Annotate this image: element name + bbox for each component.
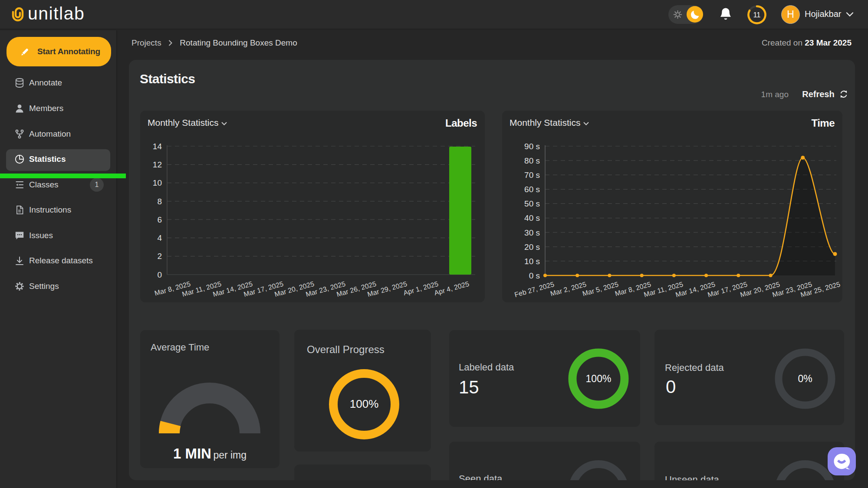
svg-text:100%: 100% bbox=[350, 397, 379, 410]
svg-text:40 s: 40 s bbox=[524, 213, 540, 223]
svg-text:Mar 2, 2025: Mar 2, 2025 bbox=[549, 280, 587, 297]
svg-text:10: 10 bbox=[153, 178, 162, 187]
svg-text:Mar 5, 2025: Mar 5, 2025 bbox=[582, 280, 619, 297]
svg-text:70 s: 70 s bbox=[524, 170, 540, 180]
svg-text:0: 0 bbox=[157, 270, 162, 279]
svg-text:6: 6 bbox=[157, 215, 162, 224]
svg-text:12: 12 bbox=[153, 160, 162, 169]
svg-text:Apr 1, 2025: Apr 1, 2025 bbox=[403, 280, 439, 297]
svg-text:10 s: 10 s bbox=[524, 257, 540, 266]
svg-text:20 s: 20 s bbox=[524, 242, 540, 252]
svg-text:2: 2 bbox=[157, 252, 162, 261]
svg-text:Apr 4, 2025: Apr 4, 2025 bbox=[434, 280, 470, 297]
svg-text:4: 4 bbox=[157, 233, 162, 242]
svg-text:60 s: 60 s bbox=[524, 185, 540, 194]
svg-text:8: 8 bbox=[157, 197, 162, 206]
svg-text:11: 11 bbox=[753, 11, 760, 19]
svg-text:80 s: 80 s bbox=[524, 156, 540, 165]
svg-text:50 s: 50 s bbox=[524, 199, 540, 208]
svg-text:Feb 27, 2025: Feb 27, 2025 bbox=[513, 280, 555, 298]
svg-text:14: 14 bbox=[153, 142, 162, 151]
svg-text:30 s: 30 s bbox=[524, 228, 540, 237]
svg-text:100%: 100% bbox=[586, 373, 612, 384]
svg-text:0%: 0% bbox=[798, 373, 812, 384]
svg-text:0 s: 0 s bbox=[529, 271, 540, 280]
svg-text:90 s: 90 s bbox=[524, 142, 540, 151]
